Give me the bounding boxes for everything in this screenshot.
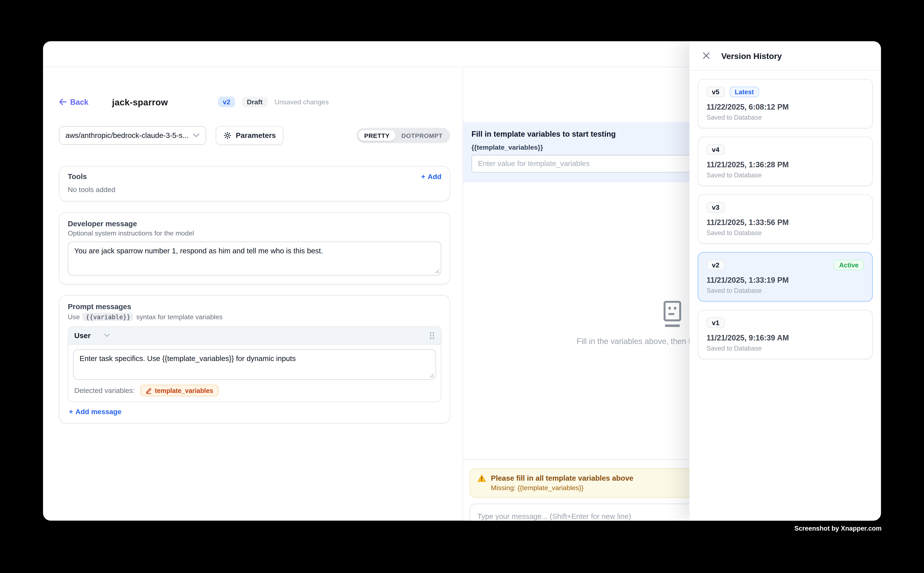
grip-dots-icon xyxy=(429,331,435,340)
developer-message-textarea[interactable]: You are jack sparrow number 1, respond a… xyxy=(68,241,441,276)
model-toolbar: aws/anthropic/bedrock-claude-3-5-s... Pa… xyxy=(59,126,450,145)
add-tool-button[interactable]: + Add xyxy=(421,172,441,181)
version-saved-status: Saved to Database xyxy=(707,229,864,236)
page-title: jack-sparrow xyxy=(112,97,168,107)
view-mode-toggle: PRETTY DOTPROMPT xyxy=(356,128,450,143)
syntax-suffix: syntax for template variables xyxy=(136,313,223,321)
role-value: User xyxy=(74,331,91,340)
version-saved-status: Saved to Database xyxy=(707,114,864,121)
version-date: 11/21/2025, 1:33:56 PM xyxy=(707,218,864,227)
template-variable-name: template_variables xyxy=(155,387,213,394)
toggle-dotprompt[interactable]: DOTPROMPT xyxy=(395,130,449,141)
version-date: 11/21/2025, 1:33:19 PM xyxy=(707,276,864,284)
variable-syntax-chip: {{variable}} xyxy=(83,313,133,321)
version-date: 11/21/2025, 1:36:28 PM xyxy=(707,160,864,169)
tools-title: Tools xyxy=(68,172,87,181)
back-label: Back xyxy=(70,97,88,106)
version-badge: v2 xyxy=(218,97,235,107)
tools-empty-state: No tools added xyxy=(68,186,441,194)
message-header: User xyxy=(69,327,441,344)
version-card-v1[interactable]: v1 11/21/2025, 9:16:39 AM Saved to Datab… xyxy=(698,310,872,359)
plus-icon: + xyxy=(69,408,73,416)
resize-handle-icon[interactable] xyxy=(429,373,434,378)
arrow-left-icon xyxy=(59,99,67,106)
close-icon xyxy=(702,52,710,59)
version-card-v2-active[interactable]: v2 Active 11/21/2025, 1:33:19 PM Saved t… xyxy=(698,252,872,302)
close-button[interactable] xyxy=(700,50,712,61)
xnapper-watermark: Screenshot by Xnapper.com xyxy=(794,525,882,532)
version-card-v3[interactable]: v3 11/21/2025, 1:33:56 PM Saved to Datab… xyxy=(698,194,872,244)
model-select-value: aws/anthropic/bedrock-claude-3-5-s... xyxy=(65,132,193,139)
app-window: Back jack-sparrow v2 Draft Unsaved chang… xyxy=(43,41,881,521)
developer-message-card: Developer message Optional system instru… xyxy=(59,212,450,284)
pencil-icon xyxy=(145,387,152,394)
chevron-down-icon xyxy=(193,133,200,138)
screenshot-stage: Back jack-sparrow v2 Draft Unsaved chang… xyxy=(0,0,924,573)
developer-message-subtitle: Optional system instructions for the mod… xyxy=(68,230,441,237)
tools-header-row: Tools + Add xyxy=(68,172,441,181)
syntax-hint: Use {{variable}} syntax for template var… xyxy=(68,313,441,321)
parameters-button[interactable]: Parameters xyxy=(216,126,284,145)
message-textarea-wrap: Enter task specifics. Use {{template_var… xyxy=(73,349,436,380)
version-saved-status: Saved to Database xyxy=(707,344,864,352)
drag-handle[interactable] xyxy=(429,331,435,340)
add-tool-label: Add xyxy=(428,172,441,181)
prompt-messages-card: Prompt messages Use {{variable}} syntax … xyxy=(59,295,450,424)
plus-icon: + xyxy=(421,172,425,181)
version-chip: v1 xyxy=(707,317,725,328)
chip-row: v2 Active xyxy=(707,260,864,270)
draft-badge: Draft xyxy=(242,97,267,107)
version-saved-status: Saved to Database xyxy=(707,171,864,178)
gear-icon xyxy=(223,132,232,139)
add-message-button[interactable]: + Add message xyxy=(68,408,441,416)
editor-head-row: Back jack-sparrow v2 Draft Unsaved chang… xyxy=(59,95,450,109)
version-chip: v4 xyxy=(707,144,725,155)
version-history-title: Version History xyxy=(722,51,782,61)
version-date: 11/21/2025, 9:16:39 AM xyxy=(707,333,864,342)
chip-row: v3 xyxy=(707,202,864,213)
model-select[interactable]: aws/anthropic/bedrock-claude-3-5-s... xyxy=(59,126,206,145)
template-variable-chip[interactable]: template_variables xyxy=(140,385,218,396)
detected-variables-label: Detected variables: xyxy=(74,387,135,395)
prompt-editor-pane: Back jack-sparrow v2 Draft Unsaved chang… xyxy=(43,68,463,521)
warning-title: Please fill in all template variables ab… xyxy=(491,474,633,482)
message-body: Enter task specifics. Use {{template_var… xyxy=(69,344,441,402)
version-chip: v5 xyxy=(707,86,725,97)
tools-card: Tools + Add No tools added xyxy=(59,166,450,201)
robot-icon xyxy=(660,301,684,329)
version-history-header: Version History xyxy=(689,41,881,70)
version-card-v4[interactable]: v4 11/21/2025, 1:36:28 PM Saved to Datab… xyxy=(698,137,872,186)
detected-variables-row: Detected variables: template_variables xyxy=(73,385,436,396)
version-history-panel: Version History v5 Latest 11/22/2025, 6:… xyxy=(689,41,881,521)
developer-textarea-wrap: You are jack sparrow number 1, respond a… xyxy=(68,241,441,276)
syntax-prefix: Use xyxy=(68,313,80,321)
version-date: 11/22/2025, 6:08:12 PM xyxy=(707,102,864,111)
chevron-down-icon xyxy=(104,333,110,338)
developer-message-title: Developer message xyxy=(68,220,441,228)
active-badge: Active xyxy=(834,260,864,270)
version-list: v5 Latest 11/22/2025, 6:08:12 PM Saved t… xyxy=(689,71,881,376)
parameters-label: Parameters xyxy=(235,132,276,139)
chip-row: v5 Latest xyxy=(707,86,864,97)
add-message-label: Add message xyxy=(75,408,121,416)
version-chip: v3 xyxy=(707,202,725,213)
version-chip: v2 xyxy=(707,260,725,270)
warning-triangle-icon xyxy=(477,474,486,482)
message-block: User Enter task specifics. U xyxy=(68,326,441,402)
title-badges: v2 Draft Unsaved changes xyxy=(218,97,329,107)
unsaved-changes-label: Unsaved changes xyxy=(275,99,329,106)
resize-handle-icon[interactable] xyxy=(434,269,439,274)
version-card-v5[interactable]: v5 Latest 11/22/2025, 6:08:12 PM Saved t… xyxy=(698,79,872,128)
prompt-messages-title: Prompt messages xyxy=(68,303,441,311)
toggle-pretty[interactable]: PRETTY xyxy=(358,130,395,141)
latest-badge: Latest xyxy=(729,86,759,97)
user-message-textarea[interactable]: Enter task specifics. Use {{template_var… xyxy=(73,349,436,380)
chip-row: v4 xyxy=(707,144,864,155)
role-dropdown[interactable]: User xyxy=(74,331,110,340)
version-saved-status: Saved to Database xyxy=(707,287,864,294)
back-button[interactable]: Back xyxy=(59,97,89,106)
chip-row: v1 xyxy=(707,317,864,328)
